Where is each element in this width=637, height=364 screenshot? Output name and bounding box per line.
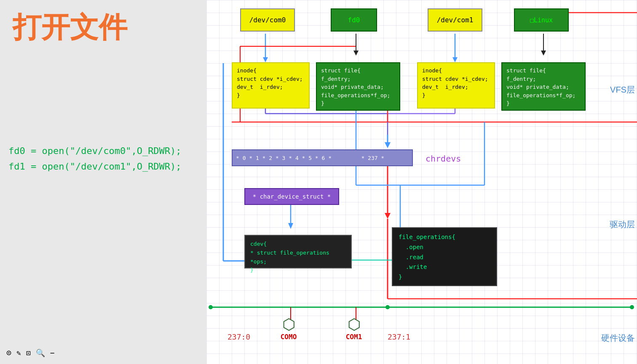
- page-title: 打开文件: [13, 11, 127, 43]
- code-line-1: fd0 = open("/dev/com0",O_RDWR);: [8, 143, 182, 159]
- hardware-layer-label: 硬件设备: [601, 332, 635, 344]
- svg-point-46: [630, 305, 634, 309]
- title-box: 打开文件: [0, 0, 206, 55]
- svg-marker-30: [288, 223, 293, 229]
- dev-com1-label: /dev/com1: [428, 8, 482, 32]
- svg-marker-5: [452, 57, 458, 62]
- dev-com0-label: /dev/com0: [240, 8, 295, 32]
- svg-marker-13: [541, 50, 546, 56]
- com1-icon-shape: ⬡: [337, 316, 371, 333]
- toolbar-icon-1[interactable]: ⊙: [6, 348, 11, 358]
- svg-marker-20: [385, 142, 391, 148]
- svg-marker-23: [385, 213, 391, 219]
- struct-file1-box: struct file{ f_dentry; void* private_dat…: [316, 62, 400, 111]
- driver-layer-label: 驱动层: [610, 219, 635, 230]
- svg-point-45: [209, 305, 213, 309]
- code-text: fd0 = open("/dev/com0",O_RDWR); fd1 = op…: [8, 143, 182, 175]
- addr-237-0: 237:0: [228, 332, 250, 341]
- toolbar-icon-2[interactable]: ✎: [16, 348, 21, 357]
- vfs-layer-label: VFS层: [610, 84, 635, 96]
- code-line-2: fd1 = open("/dev/com1",O_RDWR);: [8, 159, 182, 174]
- inode1-box: inode{ struct cdev *i_cdev; dev_t i_rdev…: [232, 62, 310, 109]
- com0-device: ⬡ COMO: [272, 316, 305, 341]
- com0-device-label: COMO: [272, 333, 305, 341]
- chrdevs-array: * 0 * 1 * 2 * 3 * 4 * 5 * 6 * * 237 *: [232, 149, 413, 166]
- diagram: /dev/com0 fd0 /dev/com1 □Linux inode{ st…: [206, 0, 637, 364]
- fd1-linux-label: □Linux: [514, 8, 569, 32]
- svg-point-49: [385, 305, 390, 309]
- svg-marker-3: [263, 57, 268, 62]
- addr-237-1: 237:1: [388, 332, 410, 341]
- left-panel: 打开文件 fd0 = open("/dev/com0",O_RDWR); fd1…: [0, 0, 206, 364]
- struct-file2-box: struct file{ f_dentry; void* private_dat…: [501, 62, 586, 111]
- connector-svg: [206, 0, 637, 364]
- com1-device-label: COM1: [337, 333, 371, 341]
- toolbar-icon-4[interactable]: 🔍: [36, 348, 45, 357]
- toolbar-icon-5[interactable]: −: [50, 348, 55, 357]
- svg-marker-11: [353, 50, 359, 56]
- cdev-box: cdev{ * struct file_operations *ops; }: [244, 235, 352, 268]
- char-device-struct: * char_device_struct *: [244, 188, 339, 205]
- toolbar-icon-3[interactable]: ⊡: [26, 348, 31, 357]
- com0-icon-shape: ⬡: [272, 316, 305, 333]
- chrdevs-label: chrdevs: [426, 154, 461, 164]
- inode2-box: inode{ struct cdev *i_cdev; dev_t i_rdev…: [417, 62, 495, 109]
- com1-device: ⬡ COM1: [337, 316, 371, 341]
- file-operations-box: file_operations{ .open .read .write }: [392, 227, 497, 286]
- fd0-label: fd0: [331, 8, 377, 32]
